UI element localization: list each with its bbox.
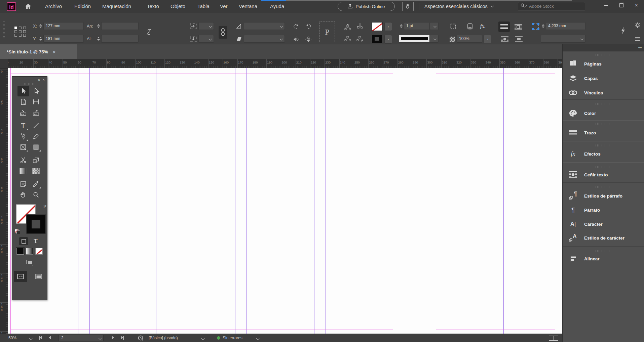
fill-flyout-button[interactable]: › (384, 22, 392, 31)
stroke-color-swatch[interactable] (372, 35, 382, 43)
stroke-style-preview[interactable] (399, 35, 430, 43)
width-field[interactable] (101, 22, 139, 30)
scale-y-dropdown[interactable] (198, 35, 214, 43)
panel-item-vínculos[interactable]: Vínculos (563, 86, 644, 100)
pasteboard[interactable]: « × T ⇄ T (8, 68, 562, 334)
scissors-tool[interactable] (17, 155, 29, 166)
rotation-angle-dropdown[interactable] (244, 22, 285, 30)
width-stepper[interactable] (96, 22, 101, 30)
panel-item-páginas[interactable]: Páginas (563, 57, 644, 71)
menu-ayuda[interactable]: Ayuda (270, 0, 284, 13)
x-stepper[interactable] (38, 22, 43, 30)
panel-group-grip[interactable] (596, 144, 611, 146)
panel-item-carácter[interactable]: A|Carácter (563, 217, 644, 231)
flip-vertical-icon[interactable] (304, 35, 313, 43)
menu-objeto[interactable]: Objeto (171, 0, 185, 13)
apply-color-button[interactable] (16, 248, 24, 255)
panel-grip[interactable] (3, 22, 5, 40)
stroke-style-dropdown[interactable] (430, 35, 439, 43)
object-style-dropdown[interactable] (541, 35, 585, 43)
apply-gradient-button[interactable] (26, 248, 33, 255)
close-button[interactable]: × (629, 0, 644, 11)
stroke-flyout-button[interactable]: › (384, 35, 392, 44)
content-collector-tool[interactable] (17, 107, 29, 118)
gear-icon[interactable] (634, 22, 642, 29)
shear-angle-dropdown[interactable] (244, 35, 285, 43)
stroke-weight-dropdown[interactable] (430, 22, 439, 30)
panel-item-ceñir-texto[interactable]: Ceñir texto (563, 168, 644, 182)
rectangle-tool[interactable] (30, 142, 42, 153)
pencil-tool[interactable] (30, 131, 42, 142)
preflight-status-value[interactable]: Sin errores (223, 334, 242, 342)
search-input[interactable] (528, 3, 589, 9)
spread-view-icon[interactable] (549, 336, 558, 341)
previous-page-button[interactable] (49, 334, 51, 342)
menu-tabla[interactable]: Tabla (197, 0, 210, 13)
direct-selection-tool[interactable] (30, 86, 42, 96)
menu-ventana[interactable]: Ventana (239, 0, 257, 13)
vertical-ruler[interactable]: 02 04 06 08 01 0 01 2 01 4 01 6 01 8 0 (0, 68, 8, 334)
constrain-dimensions-broken-link-icon[interactable] (145, 28, 153, 36)
panel-item-estilos-de-carácter[interactable]: AEstilos de carácter (563, 231, 644, 245)
no-text-wrap-button[interactable] (498, 22, 510, 32)
select-content-icon[interactable] (355, 22, 365, 31)
select-container-icon[interactable] (343, 22, 352, 31)
panel-item-capas[interactable]: Capas (563, 71, 644, 85)
menu-ver[interactable]: Ver (220, 0, 228, 13)
panel-item-trazo[interactable]: Trazo (563, 126, 644, 140)
page-tool[interactable] (17, 96, 29, 107)
wrap-around-bounding-box-button[interactable] (513, 22, 524, 32)
rotate-counterclockwise-icon[interactable] (304, 23, 313, 31)
preflight-profile-chevron-icon[interactable] (202, 334, 204, 342)
corner-options-icon[interactable] (466, 23, 473, 30)
panel-group-grip[interactable] (596, 123, 611, 125)
minimize-button[interactable] (599, 0, 614, 11)
rotate-clockwise-icon[interactable] (292, 23, 301, 31)
menu-archivo[interactable]: Archivo (45, 0, 62, 13)
menu-maquetación[interactable]: Maquetación (102, 0, 131, 13)
flip-horizontal-icon[interactable] (292, 35, 301, 43)
zoom-level-chevron-icon[interactable] (30, 334, 32, 342)
gradient-feather-tool[interactable] (30, 166, 42, 176)
frame-grid-icon[interactable] (26, 259, 34, 267)
panel-item-párrafo[interactable]: ¶Párrafo (563, 203, 644, 217)
default-fill-stroke-icon[interactable] (15, 229, 20, 234)
opacity-field[interactable]: 100% (457, 35, 482, 43)
panel-group-grip[interactable] (596, 186, 611, 188)
reference-point-proxy[interactable] (14, 27, 27, 37)
normal-view-button[interactable] (14, 271, 27, 282)
stroke-weight-field[interactable]: 1 pt (404, 22, 429, 30)
free-transform-tool[interactable] (30, 155, 42, 166)
select-previous-object-icon[interactable] (343, 35, 352, 44)
effects-fx-button[interactable]: fx. (479, 23, 487, 30)
workspace-switcher[interactable]: Aspectos esenciales clásicos (424, 0, 493, 13)
type-tool[interactable]: T (17, 120, 29, 131)
line-tool[interactable] (30, 120, 42, 131)
ruler-origin-corner[interactable] (0, 59, 8, 68)
wrap-around-object-shape-button[interactable] (500, 35, 510, 43)
hand-tool[interactable] (17, 189, 29, 200)
pen-tool[interactable] (17, 131, 29, 142)
preflight-clock-icon[interactable] (138, 335, 144, 342)
x-field[interactable]: 127 mm (43, 22, 84, 30)
stroke-swatch-black[interactable] (26, 214, 46, 234)
corner-radius-field[interactable]: 4,233 mm (546, 22, 585, 30)
swap-fill-stroke-icon[interactable]: ⇄ (43, 204, 46, 209)
panel-item-efectos[interactable]: fxEfectos (563, 147, 644, 161)
zoom-level-value[interactable]: 50% (8, 334, 16, 342)
page-number-field[interactable]: 2 (59, 335, 104, 341)
adobe-stock-search[interactable] (518, 2, 585, 10)
panel-group-grip[interactable] (596, 54, 611, 56)
publish-online-button[interactable]: Publish Online (338, 2, 395, 11)
opacity-flyout-button[interactable]: › (484, 35, 491, 43)
close-panel-icon[interactable]: × (43, 78, 45, 82)
gap-tool[interactable] (30, 96, 42, 107)
select-subject-icon[interactable] (449, 23, 457, 30)
preview-view-button[interactable] (32, 271, 45, 282)
panel-item-alinear[interactable]: Alinear (563, 252, 644, 266)
quick-actions-lightning-icon[interactable] (619, 26, 628, 36)
corner-radius-stepper[interactable] (541, 22, 545, 30)
stroke-weight-stepper[interactable] (399, 22, 403, 30)
touch-workspace-button[interactable] (402, 2, 414, 11)
collapse-panel-icon[interactable]: « (38, 78, 40, 82)
